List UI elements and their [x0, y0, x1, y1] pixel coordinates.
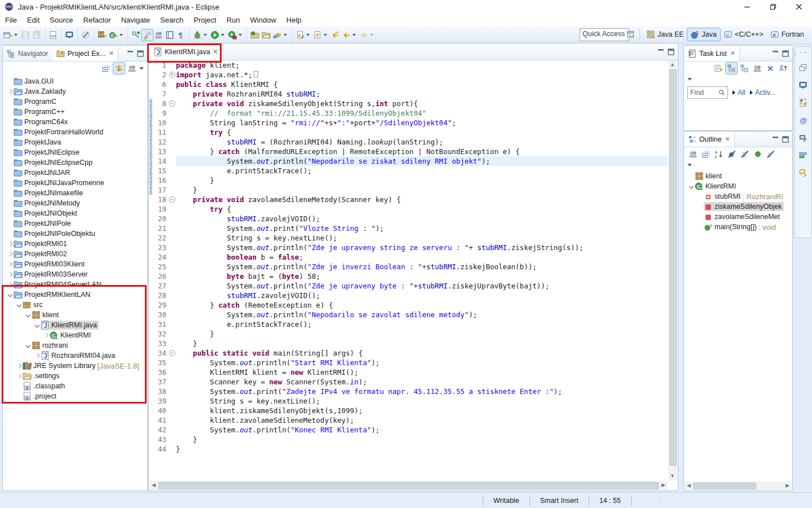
restore-views-button[interactable] — [797, 62, 809, 73]
maximize-view-icon[interactable] — [136, 49, 145, 58]
console-view-button[interactable] — [797, 80, 809, 91]
editor-hscrollbar[interactable]: ◀ ▶ — [149, 481, 668, 490]
tree-item-projektjnimetody[interactable]: ProjektJNIMetody — [3, 198, 147, 208]
code-line-14[interactable]: 14 System.out.println("Nepodarilo se zis… — [149, 156, 668, 166]
close-outline-icon[interactable]: ✕ — [725, 135, 730, 143]
debug-button[interactable] — [192, 29, 209, 41]
tree-item-java-zaklady[interactable]: Java.Zaklady — [3, 86, 147, 97]
tree-item-klientrmi[interactable]: CKlientRMI — [3, 330, 147, 340]
tree-item-klient[interactable]: klient — [3, 310, 147, 320]
code-line-23[interactable]: 23 System.out.println("Zde je upraveny s… — [149, 243, 668, 252]
perspective-cc-button[interactable]: C<C/C++> — [720, 28, 767, 41]
code-line-35[interactable]: 35 System.out.println("Start RMI Klienta… — [149, 358, 668, 367]
code-line-30[interactable]: 30 System.out.println("Nepodarilo se zav… — [149, 310, 668, 319]
minimize-window-button[interactable] — [734, 0, 760, 14]
categorized-button[interactable] — [726, 63, 737, 74]
code-line-34[interactable]: 34− public static void main(String[] arg… — [149, 348, 668, 358]
tree-item--settings[interactable]: .settings — [3, 371, 147, 381]
fold-collapse-icon[interactable]: − — [168, 195, 176, 204]
tasklist-all-link[interactable]: All — [738, 89, 745, 97]
declaration-view-button[interactable] — [797, 132, 809, 143]
tree-item-projektjnieclipsecpp[interactable]: ProjektJNIEclipseCpp — [3, 157, 147, 168]
menu-project[interactable]: Project — [188, 15, 221, 25]
open-perspective-button[interactable] — [625, 29, 637, 40]
tab-navigator[interactable]: Navigator — [3, 46, 52, 61]
tree-item-rozhranirmi04-java[interactable]: JRozhraniRMI04.java — [3, 351, 147, 361]
hide-local-button[interactable]: L — [765, 148, 776, 160]
open-type-button[interactable] — [249, 29, 261, 41]
new-task-button[interactable] — [713, 63, 724, 74]
tree-item-zavolamesdilenemet[interactable]: zavolameSdileneMet — [684, 212, 792, 222]
tasklist-find-input[interactable]: Find — [687, 86, 728, 99]
minimize-tasklist-icon[interactable] — [771, 49, 780, 58]
dropdown-arrow-icon[interactable] — [324, 34, 327, 36]
menu-window[interactable]: Window — [245, 15, 281, 25]
chevron-right-icon[interactable] — [33, 354, 41, 357]
code-line-22[interactable]: 22 String s = key.nextLine(); — [149, 233, 668, 243]
open-console-button[interactable] — [64, 29, 75, 41]
code-line-33[interactable]: 33 } — [149, 339, 668, 348]
fold-collapse-icon[interactable]: − — [168, 348, 176, 358]
tree-item-projektfortranhalloworld[interactable]: ProjektFortranHalloWorld — [3, 127, 147, 137]
collapse-all-button[interactable] — [700, 148, 712, 160]
focus-tasks-button[interactable] — [126, 63, 138, 74]
tree-item-ziskamesdilenyobjek[interactable]: ziskameSdilenyObjek — [684, 202, 792, 212]
chevron-down-icon[interactable] — [24, 344, 32, 347]
quick-access-input[interactable]: Quick Access — [580, 28, 629, 41]
maximize-tasklist-icon[interactable] — [781, 49, 790, 58]
tree-item-programc64x[interactable]: ProgramC64x — [3, 117, 147, 127]
filter-person-button[interactable] — [778, 63, 789, 74]
chevron-right-icon[interactable] — [42, 334, 50, 337]
perspective-java-button[interactable]: JJava — [687, 28, 720, 41]
code-line-24[interactable]: 24 boolean b = false; — [149, 252, 668, 262]
open-resource-button[interactable] — [261, 29, 272, 41]
review-view-button[interactable] — [797, 167, 809, 178]
dropdown-arrow-icon[interactable] — [120, 34, 123, 36]
code-line-9[interactable]: 9 // format "rmi://21.15.45.33:1099/Sdil… — [149, 108, 668, 118]
chevron-right-icon[interactable] — [15, 374, 23, 378]
menu-search[interactable]: Search — [155, 15, 188, 25]
tree-item-projektrmi04serverlan[interactable]: ProjektRMI04ServerLAN — [3, 279, 147, 290]
back-button[interactable] — [341, 29, 358, 41]
fold-collapse-icon[interactable]: − — [168, 99, 176, 108]
menu-navigate[interactable]: Navigate — [116, 15, 155, 25]
sort-az-button[interactable]: az — [713, 148, 725, 160]
tree-item-projektjnipole[interactable]: ProjektJNIPole — [3, 218, 147, 229]
dropdown-arrow-icon[interactable] — [370, 34, 373, 36]
minimize-view-icon[interactable] — [126, 49, 135, 58]
minimize-editor-icon[interactable] — [656, 47, 665, 56]
show-selected-element-button[interactable] — [164, 29, 175, 41]
tab-project-explorer[interactable]: Project Ex... ✕ — [52, 46, 119, 61]
chevron-down-icon[interactable] — [33, 323, 41, 327]
tree-item--classpath[interactable]: X.classpath — [3, 381, 147, 391]
tree-item-projektrmi03klient[interactable]: ProjektRMI03Klient — [3, 259, 147, 269]
tab-klientrmi-java[interactable]: J KlientRMI.java ✕ — [149, 44, 223, 60]
code-line-36[interactable]: 36 KlientRMI klient = new KlientRMI(); — [149, 367, 668, 377]
code-line-7[interactable]: 7 private RozhraniRMI04 stubRMI; — [149, 89, 668, 99]
focus-tasks-button[interactable] — [752, 63, 763, 74]
tree-item-projektjnijar[interactable]: ProjektJNIJAR — [3, 168, 147, 178]
dropdown-arrow-icon[interactable] — [306, 34, 310, 36]
code-line-27[interactable]: 27 System.out.println("Zde je upraveny b… — [149, 281, 668, 291]
close-tasklist-icon[interactable]: ✕ — [730, 50, 735, 57]
progress-view-button[interactable] — [797, 150, 809, 161]
dropdown-arrow-icon[interactable] — [221, 34, 224, 36]
menu-edit[interactable]: Edit — [22, 15, 45, 25]
code-line-42[interactable]: 42 System.out.println("Konec RMI Klienta… — [149, 425, 668, 435]
code-line-15[interactable]: 15 e.printStackTrace(); — [149, 166, 668, 176]
code-line-16[interactable]: 16 } — [149, 176, 668, 185]
code-line-39[interactable]: 39 String s = key.nextLine(); — [149, 396, 668, 406]
collapse-all-button[interactable] — [100, 63, 112, 74]
tasklist-activate-link[interactable]: Activ... — [755, 89, 776, 97]
code-line-28[interactable]: 28 stubRMI.zavolejVOID(); — [149, 291, 668, 300]
code-line-1[interactable]: 1package klient; — [149, 60, 668, 70]
close-window-button[interactable] — [786, 0, 812, 14]
code-area[interactable]: 1package klient;2+import java.net.*;6pub… — [149, 60, 668, 480]
tree-item-projektjnijavapromenne[interactable]: ProjektJNIJavaPromenne — [3, 178, 147, 188]
link-with-editor-button[interactable] — [113, 63, 125, 74]
outline-hscrollbar[interactable]: ◀ ▶ — [685, 481, 792, 490]
skip-breakpoints-button[interactable] — [80, 29, 91, 41]
dropdown-arrow-icon[interactable] — [14, 34, 17, 36]
chevron-right-icon[interactable] — [6, 90, 14, 93]
save-all-button[interactable] — [31, 29, 42, 41]
